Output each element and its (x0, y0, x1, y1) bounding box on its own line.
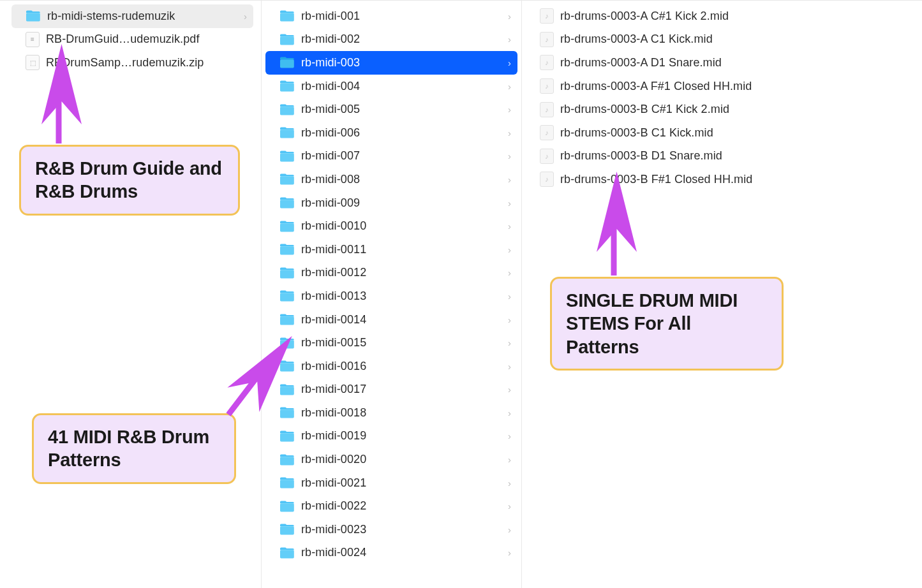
svg-rect-5 (280, 107, 294, 115)
row-label: rb-midi-005 (301, 103, 502, 116)
folder-icon (279, 266, 295, 280)
folder-icon (279, 55, 295, 70)
file-row[interactable]: rb-drums-0003-A C#1 Kick 2.mid (526, 4, 918, 28)
row-label: rb-midi-0017 (301, 383, 502, 396)
file-row[interactable]: ≡RB-DrumGuid…udemuzik.pdf (11, 28, 253, 52)
file-row[interactable]: rb-drums-0003-B C#1 Kick 2.mid (526, 98, 918, 121)
folder-row[interactable]: rb-midi-0024› (265, 541, 517, 565)
svg-rect-9 (280, 200, 294, 208)
row-label: rb-midi-stems-rudemuzik (47, 10, 237, 23)
folder-row[interactable]: rb-midi-004› (265, 75, 517, 98)
chevron-right-icon: › (508, 11, 512, 22)
row-label: rb-midi-0011 (301, 243, 502, 256)
file-row[interactable]: rb-drums-0003-A C1 Kick.mid (526, 28, 918, 52)
row-label: rb-midi-0020 (301, 453, 502, 466)
svg-rect-10 (280, 223, 294, 232)
row-label: rb-midi-003 (301, 56, 502, 70)
folder-row[interactable]: rb-midi-0022› (265, 494, 517, 518)
folder-icon (279, 499, 295, 513)
svg-rect-7 (280, 153, 294, 161)
folder-row[interactable]: rb-midi-005› (265, 98, 517, 121)
chevron-right-icon: › (508, 384, 512, 395)
midi-file-icon (540, 149, 554, 164)
folder-row[interactable]: rb-midi-0011› (265, 238, 517, 261)
chevron-right-icon: › (508, 291, 512, 302)
folder-icon (279, 242, 295, 256)
folder-row[interactable]: rb-midi-008› (265, 168, 517, 191)
annotation-callout-stems: SINGLE DRUM MIDI STEMS For All Patterns (550, 277, 784, 371)
row-label: rb-midi-0013 (301, 290, 502, 303)
row-label: rb-midi-002 (301, 33, 502, 46)
row-label: rb-drums-0003-A F#1 Closed HH.mid (560, 80, 913, 93)
finder-columns: rb-midi-stems-rudemuzik›≡RB-DrumGuid…ude… (0, 0, 922, 588)
chevron-right-icon: › (508, 524, 512, 535)
midi-file-icon (540, 125, 554, 140)
folder-icon (279, 103, 295, 117)
folder-row[interactable]: rb-midi-0010› (265, 214, 517, 238)
folder-row[interactable]: rb-midi-006› (265, 121, 517, 145)
chevron-right-icon: › (508, 174, 512, 185)
file-row[interactable]: ⬚RBDrumSamp…rudemuzik.zip (11, 51, 253, 75)
folder-icon (279, 336, 295, 350)
svg-rect-20 (280, 457, 294, 465)
folder-icon (279, 359, 295, 373)
folder-row[interactable]: rb-midi-0019› (265, 425, 517, 448)
chevron-right-icon: › (508, 501, 512, 511)
folder-row[interactable]: rb-midi-stems-rudemuzik› (11, 4, 253, 28)
row-label: rb-drums-0003-B F#1 Closed HH.mid (560, 173, 913, 186)
folder-row[interactable]: rb-midi-007› (265, 145, 517, 168)
folder-row[interactable]: rb-midi-009› (265, 191, 517, 215)
file-row[interactable]: rb-drums-0003-B F#1 Closed HH.mid (526, 168, 918, 191)
folder-row[interactable]: rb-midi-0018› (265, 401, 517, 425)
folder-icon (279, 33, 295, 47)
folder-row[interactable]: rb-midi-003› (265, 51, 517, 75)
svg-rect-23 (280, 527, 294, 535)
chevron-right-icon: › (508, 314, 512, 325)
folder-icon (26, 9, 41, 23)
folder-row[interactable]: rb-midi-0021› (265, 471, 517, 495)
folder-icon (279, 546, 295, 560)
folder-row[interactable]: rb-midi-0013› (265, 284, 517, 308)
finder-column-2: rb-midi-001› rb-midi-002› rb-midi-003› r… (262, 1, 522, 588)
row-label: rb-midi-004 (301, 80, 502, 93)
chevron-right-icon: › (508, 267, 512, 278)
chevron-right-icon: › (244, 11, 248, 22)
row-label: rb-midi-0021 (301, 476, 502, 490)
folder-icon (279, 219, 295, 233)
svg-rect-15 (280, 340, 294, 348)
midi-file-icon (540, 172, 554, 187)
folder-row[interactable]: rb-midi-0012› (265, 261, 517, 285)
folder-row[interactable]: rb-midi-0023› (265, 518, 517, 541)
midi-file-icon (540, 32, 554, 47)
chevron-right-icon: › (508, 430, 512, 441)
svg-rect-19 (280, 433, 294, 441)
row-label: rb-midi-0016 (301, 360, 502, 373)
row-label: rb-midi-009 (301, 196, 502, 210)
row-label: RBDrumSamp…rudemuzik.zip (46, 56, 248, 70)
file-row[interactable]: rb-drums-0003-B D1 Snare.mid (526, 145, 918, 168)
chevron-right-icon: › (508, 198, 512, 209)
folder-row[interactable]: rb-midi-0015› (265, 331, 517, 355)
row-label: rb-drums-0003-B D1 Snare.mid (560, 149, 913, 163)
folder-row[interactable]: rb-midi-0014› (265, 308, 517, 332)
svg-rect-24 (280, 550, 294, 558)
file-row[interactable]: rb-drums-0003-B C1 Kick.mid (526, 121, 918, 145)
folder-row[interactable]: rb-midi-0020› (265, 448, 517, 471)
row-label: rb-drums-0003-B C#1 Kick 2.mid (560, 103, 913, 116)
folder-row[interactable]: rb-midi-002› (265, 28, 517, 52)
folder-icon (279, 79, 295, 93)
pdf-file-icon: ≡ (26, 32, 40, 47)
file-row[interactable]: rb-drums-0003-A F#1 Closed HH.mid (526, 75, 918, 98)
folder-row[interactable]: rb-midi-0017› (265, 378, 517, 402)
folder-row[interactable]: rb-midi-001› (265, 4, 517, 28)
svg-rect-21 (280, 480, 294, 488)
chevron-right-icon: › (508, 244, 512, 255)
chevron-right-icon: › (508, 547, 512, 558)
folder-row[interactable]: rb-midi-0016› (265, 355, 517, 378)
chevron-right-icon: › (508, 408, 512, 418)
row-label: rb-drums-0003-A C1 Kick.mid (560, 33, 913, 46)
file-row[interactable]: rb-drums-0003-A D1 Snare.mid (526, 51, 918, 75)
row-label: rb-midi-0024 (301, 546, 502, 559)
svg-rect-8 (280, 177, 294, 185)
row-label: rb-drums-0003-B C1 Kick.mid (560, 126, 913, 140)
